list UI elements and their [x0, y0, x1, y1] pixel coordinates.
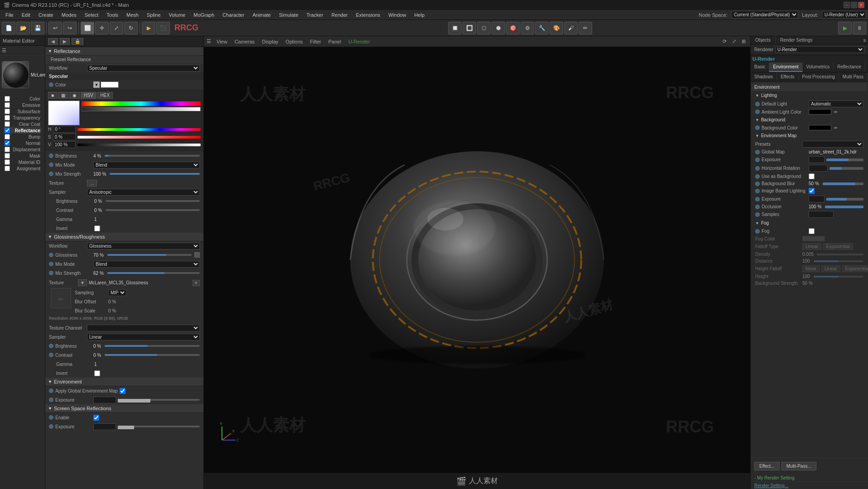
mixmode-select[interactable]: Blend — [93, 162, 200, 168]
new-button[interactable]: 📄 — [2, 22, 15, 34]
view-btn-8[interactable]: 🎨 — [550, 22, 563, 34]
use-as-bg-check[interactable] — [809, 173, 815, 179]
render-region[interactable]: ⬛ — [156, 22, 170, 34]
fog-density-slider[interactable] — [817, 254, 863, 255]
apply-global-radio[interactable] — [49, 388, 53, 393]
hue-bar[interactable] — [82, 101, 201, 106]
glossiness-slider[interactable] — [107, 254, 192, 256]
view-btn-7[interactable]: 🔧 — [535, 22, 549, 34]
brightness-slider[interactable] — [105, 155, 200, 157]
prop-mask-check[interactable] — [5, 153, 10, 158]
viewport-canvas[interactable]: 人人素材 RRCG 人人素材 RRCG RRCG 人人素材 Z Y X — [204, 47, 750, 473]
nav-forward[interactable]: ▶ — [60, 38, 70, 45]
menu-volume[interactable]: Volume — [165, 11, 189, 19]
gloss-contrast-radio[interactable] — [49, 353, 53, 357]
ibl-exp2-slider[interactable] — [826, 198, 863, 201]
material-preview[interactable] — [2, 61, 29, 88]
texture-pick-btn[interactable]: ... — [87, 180, 97, 187]
ibl-exposure-input[interactable]: 1.7 — [809, 156, 825, 163]
prop-reflectance-check[interactable] — [5, 128, 10, 133]
prop-transparency-check[interactable] — [5, 115, 10, 120]
ibl-check[interactable] — [809, 188, 815, 194]
color-btn-hex[interactable]: HEX — [97, 92, 113, 99]
color-btn-spectrum[interactable]: ◉ — [69, 92, 80, 99]
minimize-button[interactable]: ─ — [844, 2, 850, 8]
environment-mat-section[interactable]: ▼ Environment — [45, 378, 203, 386]
h-rotation-radio[interactable] — [755, 166, 760, 171]
view-btn-6[interactable]: ⚙ — [521, 22, 534, 34]
fog-enabled-check[interactable] — [809, 228, 815, 234]
gloss-texture-remove[interactable]: ✕ — [193, 280, 200, 286]
bg-color-swatch[interactable] — [809, 125, 831, 130]
ibl-exposure-slider[interactable] — [826, 158, 863, 161]
ssr-exposure-input[interactable]: 0.41 — [93, 423, 116, 430]
hf-linear[interactable]: Linear — [821, 265, 840, 272]
render-setting-link[interactable]: - My Render Setting — [754, 475, 795, 480]
ssr-exposure-slider[interactable] — [118, 426, 200, 427]
view-btn-3[interactable]: ⬡ — [477, 22, 491, 34]
sampler-brightness-slider[interactable] — [106, 200, 200, 202]
menu-create[interactable]: Create — [35, 11, 57, 19]
color-radio[interactable] — [49, 82, 53, 87]
viewport-ctrl-2[interactable]: ⤢ — [730, 38, 738, 45]
sampler-select[interactable]: Anisotropic — [87, 189, 200, 196]
alpha-bar[interactable] — [82, 107, 201, 111]
tab-multipass[interactable]: Multi Pass — [839, 72, 868, 81]
bg-color-pick[interactable]: ✏ — [834, 125, 838, 130]
menu-tracker[interactable]: Tracker — [303, 11, 327, 19]
prop-materialid-check[interactable] — [5, 159, 10, 165]
view-btn-9[interactable]: 🖌 — [564, 22, 578, 34]
tab-reflectance[interactable]: Reflectance — [834, 62, 865, 72]
menu-select[interactable]: Select — [81, 11, 102, 19]
mixstrength-radio[interactable] — [49, 172, 53, 176]
menu-edit[interactable]: Edit — [18, 11, 34, 19]
global-map-radio[interactable] — [755, 150, 760, 154]
ambient-color-swatch[interactable] — [809, 109, 831, 115]
view-btn-1[interactable]: 🔲 — [448, 22, 462, 34]
viewport-menu-icon[interactable]: ☰ — [207, 38, 211, 44]
ambient-color-radio[interactable] — [755, 110, 760, 114]
save-button[interactable]: 💾 — [31, 22, 44, 34]
viewport-ctrl-3[interactable]: ⊞ — [740, 38, 747, 45]
mixstrength-slider[interactable] — [110, 173, 200, 175]
reflectance-section-header[interactable]: ▼ Reflectance — [45, 47, 203, 56]
default-light-select[interactable]: Automatic — [809, 101, 863, 107]
texture-channel-select[interactable] — [87, 325, 200, 331]
default-light-radio[interactable] — [755, 102, 760, 106]
multipass-button[interactable]: Multi-Pass... — [781, 462, 816, 470]
color-btn-flat[interactable]: ■ — [48, 92, 57, 99]
color-swatch[interactable] — [101, 82, 119, 88]
view-btn-5[interactable]: 🎯 — [506, 22, 520, 34]
apply-global-check[interactable] — [120, 388, 125, 394]
h-input[interactable] — [53, 126, 76, 133]
menu-tools[interactable]: Tools — [103, 11, 122, 19]
bg-color-radio[interactable] — [755, 125, 760, 130]
menu-window[interactable]: Window — [385, 11, 410, 19]
color-spectrum[interactable] — [48, 101, 80, 125]
ssr-section-header[interactable]: ▼ Screen Space Reflections — [45, 404, 203, 413]
ibl-exp2-radio[interactable] — [755, 197, 760, 201]
prop-normal-check[interactable] — [5, 140, 10, 146]
menu-character[interactable]: Character — [219, 11, 248, 19]
objects-tab[interactable]: Objects — [751, 36, 776, 44]
gloss-mixstrength-slider[interactable] — [107, 272, 200, 274]
gloss-contrast-slider[interactable] — [105, 354, 200, 356]
sampling-select[interactable]: MIP — [108, 289, 126, 296]
menu-simulate[interactable]: Simulate — [275, 11, 302, 19]
viewport-display[interactable]: Display — [260, 38, 280, 45]
gloss-mixmode-radio[interactable] — [49, 262, 53, 266]
render-settings-tab[interactable]: Render Settings — [776, 36, 817, 44]
env-exposure-radio[interactable] — [49, 398, 53, 402]
prop-displacement-check[interactable] — [5, 147, 10, 152]
hf-none[interactable]: None — [802, 265, 820, 272]
v-input[interactable] — [53, 141, 76, 148]
samples-radio[interactable] — [755, 212, 760, 217]
move-tool[interactable]: ✛ — [95, 22, 109, 34]
effect-button[interactable]: Effect... — [754, 462, 780, 470]
gloss-brightness-slider[interactable] — [105, 345, 200, 347]
prop-assignment-check[interactable] — [5, 166, 10, 171]
color-btn-hsv[interactable]: HSV — [81, 92, 96, 99]
sampler-invert-check[interactable] — [94, 225, 100, 231]
title-bar-controls[interactable]: ─ □ ✕ — [844, 2, 864, 8]
mixmode-radio[interactable] — [49, 163, 53, 167]
